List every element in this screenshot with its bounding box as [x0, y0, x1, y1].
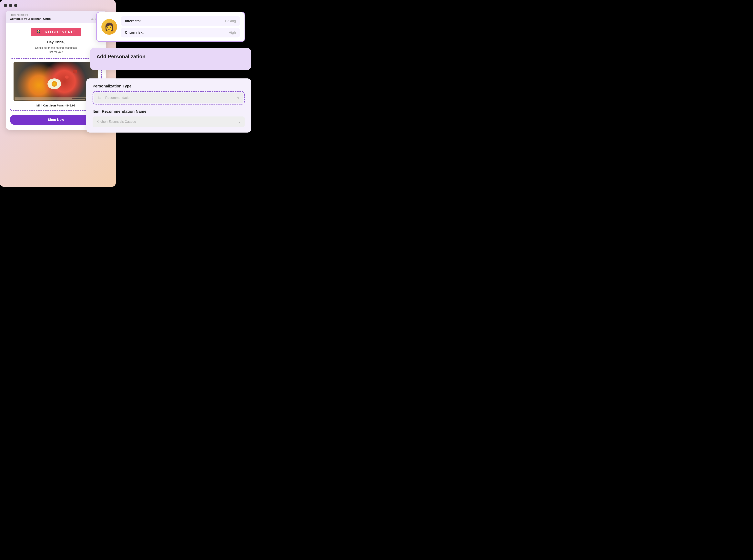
- item-recommendation-label: Item Recommendation Name: [93, 109, 245, 114]
- email-greeting: Hey Chris,: [10, 40, 102, 44]
- avatar-icon: 👩: [104, 22, 114, 32]
- add-personalization-panel: Add Personalization: [90, 48, 251, 70]
- email-header: From: Kitchenerie Complete your kitchen,…: [6, 11, 106, 23]
- window-traffic-lights: [4, 4, 17, 7]
- user-profile-card: 👩 Interests: Baking Churn risk: High: [96, 12, 245, 42]
- user-info-rows: Interests: Baking Churn risk: High: [121, 16, 240, 37]
- chef-hat-icon: 🍳: [36, 30, 42, 34]
- churn-risk-row: Churn risk: High: [121, 28, 240, 37]
- churn-risk-label: Churn risk:: [125, 31, 144, 35]
- interests-value: Baking: [225, 19, 236, 23]
- item-recommendation-dropdown[interactable]: Kitchen Essentials Catalog ∨: [93, 117, 245, 127]
- interests-label: Interests:: [125, 19, 141, 23]
- churn-risk-value: High: [229, 31, 236, 35]
- kitchenerie-logo: 🍳 KITCHENERIE: [31, 28, 81, 36]
- personalization-type-dropdown[interactable]: Item Recommendation ∨: [94, 93, 243, 103]
- chevron-down-icon: ∨: [237, 96, 239, 100]
- email-from: From: Kitchenerie: [10, 14, 102, 16]
- close-button[interactable]: [4, 4, 7, 7]
- product-image-visual: [14, 62, 98, 101]
- maximize-button[interactable]: [14, 4, 17, 7]
- interests-row: Interests: Baking: [121, 16, 240, 26]
- email-subject: Complete your kitchen, Chris!: [10, 17, 52, 20]
- chevron-down-icon-2: ∨: [238, 120, 241, 124]
- avatar: 👩: [101, 19, 117, 35]
- personalization-type-value: Item Recommendation: [98, 96, 132, 100]
- personalization-type-card: Personalization Type Item Recommendation…: [86, 78, 251, 133]
- email-subtext: Check out these baking essentialsjust fo…: [10, 46, 102, 54]
- personalization-type-dropdown-wrapper[interactable]: Item Recommendation ∨: [93, 91, 245, 104]
- product-image: [14, 62, 98, 101]
- product-name: Mini Cast Iron Pans - $49.99: [14, 104, 98, 107]
- personalization-type-label: Personalization Type: [93, 84, 245, 88]
- minimize-button[interactable]: [9, 4, 12, 7]
- add-personalization-title: Add Personalization: [97, 54, 245, 60]
- item-recommendation-value: Kitchen Essentials Catalog: [97, 120, 136, 124]
